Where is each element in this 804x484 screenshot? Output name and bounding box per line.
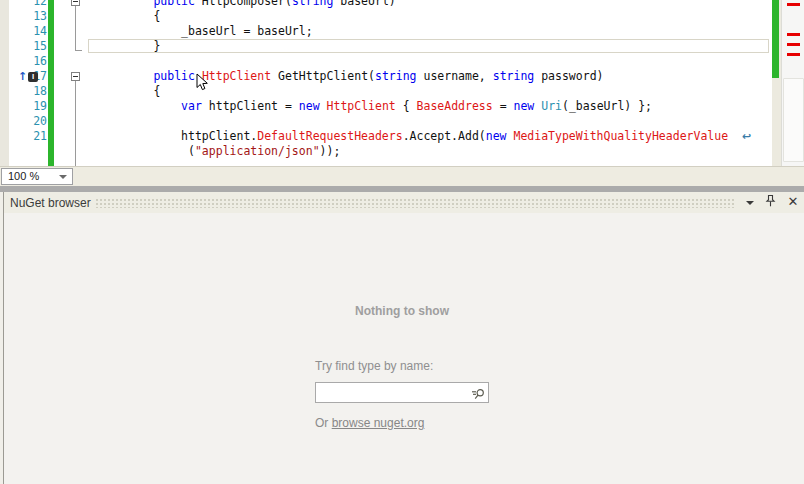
close-button[interactable]: ✕ [785, 193, 801, 210]
interface-badge-icon: I [28, 72, 38, 82]
up-arrow-icon: ↑ [18, 71, 27, 83]
search-icon[interactable] [471, 387, 485, 400]
chevron-down-icon [59, 175, 67, 179]
line-number: 13 [26, 9, 47, 24]
type-search-box [315, 382, 489, 403]
word-wrap-glyph-icon: ↩ [728, 130, 751, 143]
code-line[interactable]: public HttpClient GetHttpClient(string u… [98, 69, 604, 84]
empty-state-heading: Nothing to show [0, 304, 804, 318]
pin-icon [764, 194, 777, 208]
current-line-outline [88, 39, 769, 53]
panel-title-bar[interactable]: NuGet browser ✕ [4, 192, 804, 213]
line-number: 12 [26, 0, 47, 9]
code-line[interactable]: { [98, 84, 160, 99]
vertical-scrollbar[interactable] [781, 0, 804, 166]
zoom-level-value: 100 % [8, 170, 39, 182]
mouse-pointer-icon [196, 73, 209, 92]
type-search-input[interactable] [318, 384, 468, 401]
title-grip-texture [95, 198, 735, 208]
code-line[interactable]: var httpClient = new HttpClient { BaseAd… [98, 99, 652, 114]
zoom-level-dropdown[interactable]: 100 % [1, 168, 73, 185]
line-number: 16 [26, 54, 47, 69]
or-prefix: Or [315, 416, 332, 430]
code-editor[interactable]: 12131415161718192021 ↑ I public HttpComp… [0, 0, 804, 166]
nuget-browser-panel: NuGet browser ✕ Nothing to show Try find… [0, 192, 804, 484]
line-number: 18 [26, 84, 47, 99]
window-position-menu-button[interactable] [743, 195, 757, 210]
code-line[interactable]: public HttpComposer(string baseUrl) [98, 0, 396, 9]
track-changes-bar [48, 0, 54, 166]
panel-title: NuGet browser [10, 196, 91, 210]
fold-guide-line [75, 6, 76, 51]
browse-nuget-row: Or browse nuget.org [315, 416, 424, 430]
fold-collapse-box[interactable] [71, 72, 80, 81]
editor-bottom-bar: 100 % [0, 166, 804, 186]
vs-window-crop: 12131415161718192021 ↑ I public HttpComp… [0, 0, 804, 484]
error-mark [787, 3, 800, 6]
chevron-down-icon [746, 201, 754, 205]
line-number: 15 [26, 39, 47, 54]
pin-button[interactable] [764, 194, 779, 210]
error-mark [787, 33, 800, 36]
fold-guide-end [75, 50, 82, 51]
close-icon: ✕ [788, 194, 799, 209]
code-line[interactable]: } [98, 39, 160, 54]
scroll-change-annotation [772, 0, 779, 78]
line-number: 14 [26, 24, 47, 39]
implements-glyph-icon[interactable]: ↑ I [18, 71, 40, 83]
find-type-label: Try find type by name: [315, 359, 433, 373]
fold-collapse-box[interactable] [71, 0, 80, 6]
error-mark [787, 43, 800, 46]
browse-nuget-link[interactable]: browse nuget.org [332, 416, 425, 430]
fold-guide-line [75, 81, 76, 166]
panel-left-border [3, 192, 4, 484]
indicator-margin [0, 0, 9, 166]
line-number: 21 [26, 129, 47, 144]
line-number: 19 [26, 99, 47, 114]
line-number: 20 [26, 114, 47, 129]
code-line[interactable]: httpClient.DefaultRequestHeaders.Accept.… [98, 129, 751, 144]
error-mark [787, 53, 800, 56]
code-line[interactable]: _baseUrl = baseUrl; [98, 24, 313, 39]
code-line[interactable]: { [98, 9, 160, 24]
scrollbar-thumb[interactable] [783, 78, 804, 162]
code-line[interactable]: ("application/json")); [98, 144, 340, 159]
